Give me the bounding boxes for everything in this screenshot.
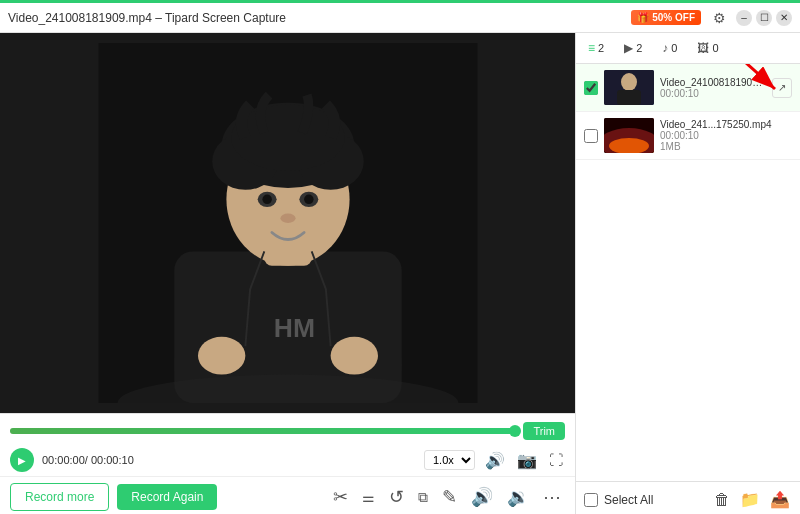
copy-button[interactable]: ⧉ (414, 487, 432, 508)
record-more-button[interactable]: Record more (10, 483, 109, 511)
audio-count: 0 (671, 42, 677, 54)
file-checkbox-2[interactable] (584, 129, 598, 143)
list-item[interactable]: Video_241...175250.mp4 00:00:10 1MB (576, 112, 800, 160)
right-panel: ≡ 2 ▶ 2 ♪ 0 🖼 0 (575, 33, 800, 514)
bottom-controls: Trim ▶ 00:00:00/ 00:00:10 1.0x 0.5x 1.5x… (0, 413, 575, 514)
export-file-button-1[interactable]: ↗ (772, 78, 792, 98)
promo-badge[interactable]: 🎁 50% OFF (631, 10, 701, 25)
image-icon: 🖼 (697, 41, 709, 55)
bottom-toolbar: ✂ ⚌ ↺ ⧉ ✎ 🔊 🔉 ⋯ (329, 484, 565, 510)
svg-point-19 (621, 73, 637, 91)
refresh-button[interactable]: ↺ (385, 484, 408, 510)
delete-button[interactable]: 🗑 (712, 489, 732, 511)
video-placeholder: HM (0, 33, 575, 413)
svg-point-16 (330, 337, 377, 375)
main-container: HM (0, 33, 800, 514)
scissors-button[interactable]: ✂ (329, 484, 352, 510)
image-count: 0 (712, 42, 718, 54)
file-thumbnail-1 (604, 70, 654, 105)
window-title: Video_241008181909.mp4 – Tipard Screen C… (8, 11, 631, 25)
list-count: 2 (598, 42, 604, 54)
file-checkbox-1[interactable] (584, 81, 598, 95)
left-panel: HM (0, 33, 575, 514)
trim-button[interactable]: Trim (523, 422, 565, 440)
file-name-1: Video_241008181909.mp4 (660, 77, 766, 88)
export-icon: ↗ (778, 82, 786, 93)
right-panel-tabs: ≡ 2 ▶ 2 ♪ 0 🖼 0 (576, 33, 800, 64)
svg-point-12 (262, 195, 271, 204)
svg-rect-20 (617, 90, 641, 105)
progress-area: Trim (0, 414, 575, 444)
progress-bar[interactable] (10, 428, 515, 434)
thumb-svg-1 (604, 70, 654, 105)
play-button[interactable]: ▶ (10, 448, 34, 472)
svg-point-14 (280, 214, 295, 223)
tab-list[interactable]: ≡ 2 (584, 39, 608, 57)
audio-icon: ♪ (662, 41, 668, 55)
maximize-button[interactable]: ☐ (756, 10, 772, 26)
promo-text: 50% OFF (652, 12, 695, 23)
close-button[interactable]: ✕ (776, 10, 792, 26)
file-thumbnail-2 (604, 118, 654, 153)
file-name-2: Video_241...175250.mp4 (660, 119, 792, 130)
list-icon: ≡ (588, 41, 595, 55)
camera-icon[interactable]: 📷 (515, 449, 539, 472)
speed-select[interactable]: 1.0x 0.5x 1.5x 2.0x (424, 450, 475, 470)
edit-button[interactable]: ✎ (438, 484, 461, 510)
playback-controls: ▶ 00:00:00/ 00:00:10 1.0x 0.5x 1.5x 2.0x… (0, 444, 575, 476)
file-duration-2: 00:00:10 (660, 130, 792, 141)
file-info-2: Video_241...175250.mp4 00:00:10 1MB (660, 119, 792, 152)
svg-point-15 (198, 337, 245, 375)
action-row: Record more Record Again ✂ ⚌ ↺ ⧉ ✎ 🔊 🔉 ⋯ (0, 476, 575, 514)
volume-button[interactable]: 🔉 (503, 484, 533, 510)
open-folder-button[interactable]: 📁 (738, 488, 762, 511)
select-all-label: Select All (604, 493, 706, 507)
video-content: HM (98, 43, 478, 403)
more-button[interactable]: ⋯ (539, 484, 565, 510)
video-count: 2 (636, 42, 642, 54)
volume-icon[interactable]: 🔊 (483, 449, 507, 472)
file-info-1: Video_241008181909.mp4 00:00:10 (660, 77, 766, 99)
audio-button[interactable]: 🔊 (467, 484, 497, 510)
title-bar-controls: 🎁 50% OFF ⚙ – ☐ ✕ (631, 10, 792, 26)
svg-text:HM: HM (273, 313, 314, 343)
thumb-svg-2 (604, 118, 654, 153)
equalizer-button[interactable]: ⚌ (358, 487, 379, 507)
list-item[interactable]: Video_241008181909.mp4 00:00:10 ↗ (576, 64, 800, 112)
tab-video[interactable]: ▶ 2 (620, 39, 646, 57)
video-icon: ▶ (624, 41, 633, 55)
progress-thumb[interactable] (509, 425, 521, 437)
file-duration-1: 00:00:10 (660, 88, 766, 99)
gift-icon: 🎁 (637, 12, 649, 23)
fullscreen-icon[interactable]: ⛶ (547, 450, 565, 470)
tab-audio[interactable]: ♪ 0 (658, 39, 681, 57)
settings-icon[interactable]: ⚙ (713, 10, 726, 26)
right-panel-bottom: Select All 🗑 📁 📤 (576, 481, 800, 514)
record-again-button[interactable]: Record Again (117, 484, 217, 510)
file-list: Video_241008181909.mp4 00:00:10 ↗ (576, 64, 800, 481)
file-size-2: 1MB (660, 141, 792, 152)
select-all-checkbox[interactable] (584, 493, 598, 507)
export-button[interactable]: 📤 (768, 488, 792, 511)
svg-point-13 (304, 195, 313, 204)
video-area: HM (0, 33, 575, 413)
time-display: 00:00:00/ 00:00:10 (42, 454, 134, 466)
title-bar: Video_241008181909.mp4 – Tipard Screen C… (0, 3, 800, 33)
progress-fill (10, 428, 515, 434)
minimize-button[interactable]: – (736, 10, 752, 26)
tab-image[interactable]: 🖼 0 (693, 39, 722, 57)
